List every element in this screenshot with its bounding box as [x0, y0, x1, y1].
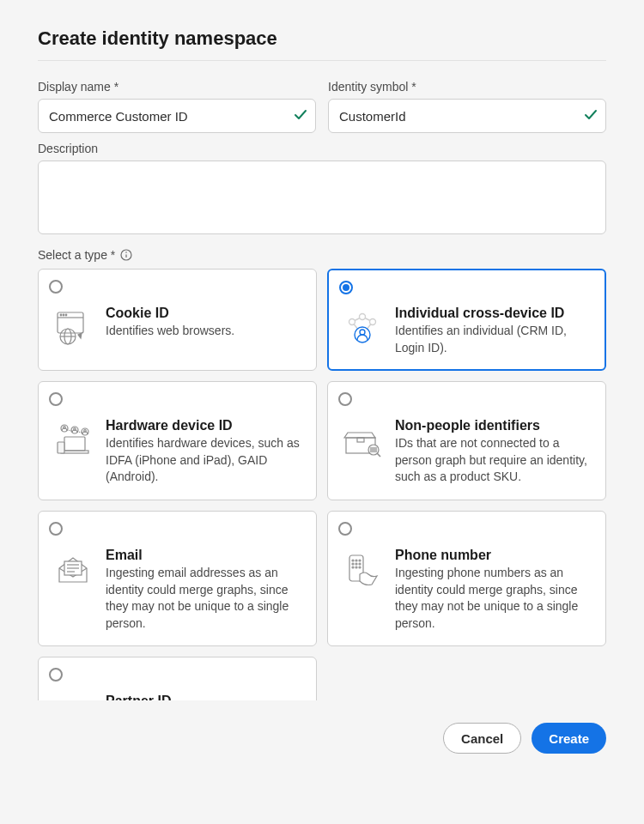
checkmark-icon [584, 107, 598, 124]
type-card-cookie-id[interactable]: Cookie ID Identifies web browsers. [38, 269, 317, 371]
radio-button[interactable] [49, 522, 63, 536]
checkmark-icon [294, 107, 307, 124]
type-card-phone-number[interactable]: Phone number Ingesting phone numbers as … [327, 511, 606, 646]
svg-rect-20 [64, 437, 85, 451]
card-title: Partner ID [106, 694, 304, 700]
display-name-field: Display name [38, 80, 316, 133]
svg-point-16 [349, 319, 355, 325]
display-name-input[interactable] [38, 99, 316, 133]
svg-point-47 [352, 563, 354, 565]
radio-button[interactable] [49, 280, 63, 294]
svg-point-52 [359, 566, 361, 568]
description-field: Description [38, 142, 606, 234]
devices-icon [51, 418, 95, 463]
type-card-cross-device-id[interactable]: Individual cross-device ID Identifies an… [327, 269, 606, 371]
type-grid: Cookie ID Identifies web browsers. [38, 269, 606, 700]
svg-point-44 [352, 560, 354, 561]
svg-point-49 [359, 563, 361, 565]
card-desc: Identifies hardware devices, such as IDF… [106, 435, 304, 486]
card-title: Email [106, 548, 304, 563]
card-desc: Ingesting email addresses as an identity… [106, 565, 304, 632]
card-title: Non-people identifiers [395, 418, 593, 433]
svg-point-45 [355, 560, 357, 561]
svg-rect-32 [357, 438, 364, 442]
card-desc: IDs that are not connected to a person g… [395, 435, 593, 486]
globe-window-icon [51, 306, 95, 350]
svg-point-50 [352, 566, 354, 568]
type-card-hardware-device-id[interactable]: Hardware device ID Identifies hardware d… [38, 381, 317, 500]
info-icon[interactable] [120, 249, 132, 261]
svg-rect-21 [61, 451, 88, 453]
svg-point-5 [60, 314, 62, 316]
svg-point-51 [355, 566, 357, 568]
box-barcode-icon [340, 418, 385, 463]
card-desc: Identifies web browsers. [106, 323, 304, 340]
identity-symbol-field: Identity symbol [328, 80, 606, 133]
card-title: Phone number [395, 548, 593, 563]
phone-hand-icon [340, 548, 385, 592]
svg-point-17 [370, 319, 376, 325]
description-input[interactable] [38, 161, 606, 234]
dialog-footer: Cancel Create [0, 700, 644, 754]
card-title: Cookie ID [106, 306, 304, 321]
card-title: Hardware device ID [106, 418, 304, 433]
partner-icon [51, 694, 95, 700]
card-desc: Ingesting phone numbers as an identity c… [395, 565, 593, 632]
svg-point-15 [360, 314, 366, 320]
radio-button[interactable] [338, 392, 352, 406]
svg-point-7 [65, 314, 67, 316]
svg-point-2 [125, 251, 127, 253]
dialog-title: Create identity namespace [38, 27, 606, 61]
radio-button[interactable] [339, 281, 353, 294]
select-type-label: Select a type [38, 248, 606, 262]
description-label: Description [38, 142, 606, 155]
card-title: Individual cross-device ID [395, 306, 593, 321]
svg-rect-22 [58, 442, 64, 453]
svg-point-6 [63, 314, 64, 316]
radio-button[interactable] [338, 522, 352, 536]
identity-symbol-label: Identity symbol [328, 80, 606, 94]
svg-point-46 [359, 560, 361, 561]
display-name-label: Display name [38, 80, 316, 94]
svg-point-48 [355, 563, 357, 565]
envelope-icon [51, 548, 95, 592]
top-fields-row: Display name Identity symbol [38, 80, 606, 133]
cancel-button[interactable]: Cancel [443, 723, 521, 754]
create-button[interactable]: Create [532, 723, 606, 754]
create-namespace-dialog: Create identity namespace Display name I… [0, 0, 644, 700]
type-card-non-people-identifiers[interactable]: Non-people identifiers IDs that are not … [327, 381, 606, 500]
radio-button[interactable] [49, 668, 63, 682]
card-desc: Identifies an individual (CRM ID, Login … [395, 323, 593, 356]
radio-button[interactable] [49, 392, 63, 406]
svg-line-38 [377, 453, 380, 457]
type-card-email[interactable]: Email Ingesting email addresses as an id… [38, 511, 317, 646]
identity-symbol-input[interactable] [328, 99, 606, 133]
person-graph-icon [340, 306, 385, 350]
type-card-partner-id[interactable]: Partner ID [38, 657, 317, 700]
